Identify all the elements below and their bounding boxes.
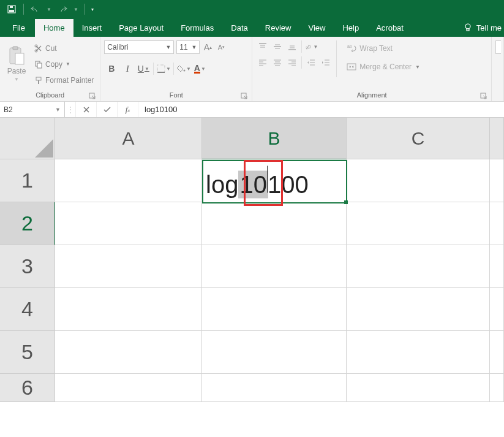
number-format-combo[interactable]: [495, 40, 501, 54]
cell-d4[interactable]: [490, 288, 504, 331]
tab-page-layout[interactable]: Page Layout: [110, 19, 172, 37]
tab-file[interactable]: File: [2, 19, 35, 37]
italic-button[interactable]: I: [120, 61, 135, 76]
cell-c4[interactable]: [347, 288, 490, 331]
tab-home[interactable]: Home: [35, 19, 73, 37]
font-size-combo[interactable]: 11▼: [176, 40, 200, 54]
align-center-button[interactable]: [271, 56, 284, 69]
font-name-combo[interactable]: Calibri▼: [104, 40, 174, 54]
column-header-a[interactable]: A: [55, 118, 202, 159]
fill-color-button[interactable]: ▼: [176, 61, 191, 76]
save-icon[interactable]: [5, 2, 18, 16]
row-header-4[interactable]: 4: [0, 288, 55, 331]
paste-button[interactable]: Paste ▼: [4, 38, 29, 90]
row-header-1[interactable]: 1: [0, 159, 55, 202]
svg-rect-15: [157, 65, 165, 72]
underline-button[interactable]: U▼: [136, 61, 151, 76]
cell-a6[interactable]: [55, 374, 202, 402]
insert-function-button[interactable]: fx: [118, 102, 138, 117]
tab-review[interactable]: Review: [257, 19, 300, 37]
dialog-launcher-icon[interactable]: [89, 93, 96, 100]
cell-c2[interactable]: [347, 202, 490, 245]
align-left-button[interactable]: [256, 56, 269, 69]
copy-button[interactable]: Copy ▼: [32, 57, 96, 72]
cell-a1[interactable]: [55, 159, 202, 202]
format-painter-button[interactable]: Format Painter: [32, 73, 96, 88]
ribbon-group-font: Calibri▼ 11▼ A▴ A▾ B I U▼ ▼ ▼: [100, 37, 252, 101]
cell-c6[interactable]: [347, 374, 490, 402]
merge-center-button[interactable]: Merge & Center ▼: [344, 59, 423, 75]
cell-d1[interactable]: [490, 159, 504, 202]
tell-me-search[interactable]: Tell me: [454, 18, 502, 37]
decrease-font-size-button[interactable]: A▾: [216, 41, 227, 53]
cell-a5[interactable]: [55, 331, 202, 374]
row-header-2[interactable]: 2: [0, 202, 55, 245]
cell-b5[interactable]: [202, 331, 347, 374]
cell-c1[interactable]: [347, 159, 490, 202]
cell-c5[interactable]: [347, 331, 490, 374]
formula-input[interactable]: log10100: [138, 102, 504, 117]
redo-dropdown-icon[interactable]: ▼: [73, 2, 79, 16]
column-header-c[interactable]: C: [347, 118, 490, 159]
cell-b3[interactable]: [202, 245, 347, 288]
tab-view[interactable]: View: [299, 19, 334, 37]
tab-help[interactable]: Help: [334, 19, 367, 37]
cell-b2[interactable]: [202, 202, 347, 245]
cell-d2[interactable]: [490, 202, 504, 245]
tab-formulas[interactable]: Formulas: [172, 19, 222, 37]
decrease-indent-button[interactable]: [304, 56, 318, 69]
column-header-b[interactable]: B: [202, 118, 347, 159]
dialog-launcher-icon[interactable]: [241, 93, 248, 100]
undo-icon[interactable]: [29, 2, 42, 16]
row-header-5[interactable]: 5: [0, 331, 55, 374]
ribbon: Paste ▼ Cut Copy ▼ Format Painter: [0, 37, 504, 102]
border-icon: [157, 64, 165, 73]
svg-text:ab: ab: [305, 44, 312, 51]
column-header-d[interactable]: [490, 118, 504, 159]
cell-a2[interactable]: [55, 202, 202, 245]
name-box[interactable]: B2▼: [0, 102, 65, 117]
cell-editor[interactable]: log10100: [206, 165, 309, 198]
increase-indent-button[interactable]: [319, 56, 333, 69]
align-middle-button[interactable]: [271, 40, 284, 53]
align-top-button[interactable]: [256, 40, 269, 53]
borders-button[interactable]: ▼: [156, 61, 171, 76]
align-bottom-button[interactable]: [285, 40, 299, 53]
orientation-button[interactable]: ab▼: [304, 40, 318, 53]
undo-dropdown-icon[interactable]: ▼: [46, 2, 52, 16]
bold-button[interactable]: B: [104, 61, 119, 76]
select-all-button[interactable]: [0, 118, 55, 159]
name-box-resize[interactable]: ⋮: [65, 102, 76, 117]
row-header-6[interactable]: 6: [0, 374, 55, 402]
wrap-text-button[interactable]: ab Wrap Text: [344, 40, 423, 56]
enter-button[interactable]: [97, 102, 118, 117]
paintbrush-icon: [34, 76, 43, 85]
font-color-button[interactable]: A▼: [192, 61, 207, 76]
cell-a4[interactable]: [55, 288, 202, 331]
cell-b4[interactable]: [202, 288, 347, 331]
svg-point-3: [465, 24, 470, 29]
cell-d6[interactable]: [490, 374, 504, 402]
spreadsheet-grid[interactable]: A B C 1 2 3 4 5 6: [0, 118, 504, 402]
customize-qat-icon[interactable]: ▾: [89, 2, 96, 16]
row-header-3[interactable]: 3: [0, 245, 55, 288]
tab-acrobat[interactable]: Acrobat: [367, 19, 412, 37]
svg-rect-7: [15, 53, 24, 64]
increase-font-size-button[interactable]: A▴: [202, 41, 213, 53]
svg-rect-12: [36, 77, 41, 80]
cut-button[interactable]: Cut: [32, 41, 96, 56]
cell-d5[interactable]: [490, 331, 504, 374]
cancel-button[interactable]: [76, 102, 97, 117]
dialog-launcher-icon[interactable]: [480, 93, 487, 100]
cell-d3[interactable]: [490, 245, 504, 288]
tab-insert[interactable]: Insert: [73, 19, 111, 37]
tab-data[interactable]: Data: [222, 19, 256, 37]
group-label-font: Font: [170, 91, 183, 99]
cell-a3[interactable]: [55, 245, 202, 288]
cell-b6[interactable]: [202, 374, 347, 402]
svg-rect-2: [10, 6, 13, 8]
redo-icon[interactable]: [56, 2, 69, 16]
svg-rect-13: [38, 80, 39, 84]
align-right-button[interactable]: [285, 56, 299, 69]
cell-c3[interactable]: [347, 245, 490, 288]
